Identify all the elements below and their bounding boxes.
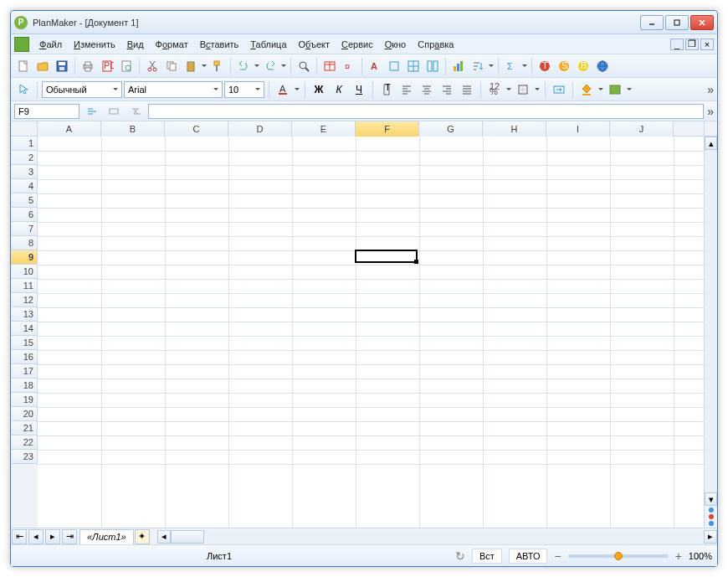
copy-button[interactable] [162,57,181,75]
row-header[interactable]: 10 [11,265,38,279]
fill-handle[interactable] [414,260,418,264]
menu-help[interactable]: Справка [413,37,459,52]
cell-style-dropdown[interactable] [626,86,633,93]
open-button[interactable] [33,57,52,75]
zoom-level[interactable]: 100% [689,551,712,561]
column-header[interactable]: J [610,121,674,137]
column-header[interactable]: G [419,121,483,137]
toolbar-overflow-icon[interactable]: » [707,83,714,96]
undo-dropdown[interactable] [254,63,260,70]
menu-table[interactable]: Таблица [245,37,291,52]
row-header[interactable]: 5 [11,193,38,208]
cut-button[interactable] [143,57,161,75]
sort-dropdown[interactable] [488,63,495,70]
refresh-icon[interactable]: ↻ [455,549,465,563]
menu-window[interactable]: Окно [380,37,412,52]
merge-button[interactable] [550,80,568,99]
scroll-down-button[interactable]: ▾ [705,492,717,506]
pdf-export-button[interactable]: PDF [98,57,116,75]
row-header[interactable]: 17 [11,364,38,379]
row-header[interactable]: 14 [11,322,38,336]
borders-all-button[interactable] [404,57,423,75]
hscroll-track[interactable] [171,530,704,544]
number-format-dropdown[interactable] [505,86,512,93]
minimize-button[interactable] [640,15,664,30]
mdi-minimize-button[interactable]: _ [670,39,684,50]
fill-color-dropdown[interactable] [597,86,604,93]
row-header[interactable]: 18 [11,379,38,393]
row-header[interactable]: 2 [11,151,38,165]
table-button[interactable] [320,57,339,75]
chart-button[interactable] [449,57,468,75]
sum-dropdown[interactable] [521,63,528,70]
bold-button[interactable]: Ж [310,80,328,99]
new-sheet-button[interactable]: ✦ [135,529,150,544]
row-header[interactable]: 21 [11,421,38,435]
row-header[interactable]: 20 [11,407,38,421]
row-header[interactable]: 11 [11,279,38,293]
row-header[interactable]: 13 [11,307,38,322]
size-combo[interactable]: 10 [224,81,264,98]
tab-next-button[interactable]: ▸ [45,529,60,544]
align-right-button[interactable] [438,80,456,99]
textmaker-button[interactable]: T [536,57,554,75]
italic-button[interactable]: К [330,80,348,99]
vertical-text-button[interactable]: T [377,80,396,99]
find-button[interactable] [295,57,313,75]
row-header[interactable]: 16 [11,350,38,364]
print-button[interactable] [79,57,97,75]
align-center-button[interactable] [418,80,436,99]
scroll-left-button[interactable]: ◂ [157,530,171,544]
menu-edit[interactable]: Изменить [69,37,120,52]
row-header[interactable]: 12 [11,293,38,307]
cells-canvas[interactable] [38,137,704,528]
cancel-edit-button[interactable] [83,102,101,121]
titlebar[interactable]: P PlanMaker - [Документ 1] [11,11,717,34]
column-button[interactable] [423,57,442,75]
menu-format[interactable]: Формат [151,37,193,52]
vertical-scrollbar[interactable]: ▴ ▾ [704,137,717,528]
vscroll-track[interactable] [705,150,717,492]
sheet-tab[interactable]: «Лист1» [79,529,134,544]
zoom-in-button[interactable]: + [675,549,682,563]
menu-tools[interactable]: Сервис [336,37,378,52]
redo-dropdown[interactable] [280,63,287,70]
sum-button[interactable]: Σ [502,57,520,75]
column-header[interactable]: B [101,121,165,137]
row-header[interactable]: 6 [11,208,38,222]
redo-button[interactable] [261,57,279,75]
tab-first-button[interactable]: ⇤ [12,529,27,544]
pointer-button[interactable] [14,80,33,99]
align-justify-button[interactable] [458,80,476,99]
zoom-knob[interactable] [614,552,623,560]
nav-dot-icon[interactable] [709,507,714,513]
cell-style-button[interactable] [606,80,624,99]
column-header[interactable]: E [292,121,356,137]
row-header[interactable]: 19 [11,393,38,407]
borders-button[interactable] [514,80,532,99]
internet-button[interactable] [593,57,612,75]
calc-mode[interactable]: АВТО [509,549,548,564]
row-header[interactable]: 15 [11,336,38,350]
print-preview-button[interactable] [117,57,136,75]
tab-last-button[interactable]: ⇥ [62,529,77,544]
row-header[interactable]: 4 [11,179,38,193]
zoom-out-button[interactable]: − [554,549,561,563]
underline-button[interactable]: Ч [350,80,368,99]
column-header[interactable]: D [228,121,292,137]
format-painter-button[interactable] [208,57,227,75]
close-button[interactable] [690,15,714,30]
row-header[interactable]: 9 [11,250,38,265]
select-all-corner[interactable] [11,121,38,137]
column-header[interactable]: A [38,121,101,137]
selected-cell[interactable] [355,250,418,263]
scroll-right-button[interactable]: ▸ [704,530,717,544]
row-header[interactable]: 8 [11,236,38,250]
column-header[interactable]: C [165,121,228,137]
document-icon[interactable] [14,37,29,52]
row-header[interactable]: 7 [11,222,38,236]
row-header[interactable]: 3 [11,165,38,179]
horizontal-scrollbar[interactable]: ◂ ▸ [157,530,717,544]
tab-prev-button[interactable]: ◂ [28,529,44,544]
formula-overflow-icon[interactable]: » [707,105,714,118]
